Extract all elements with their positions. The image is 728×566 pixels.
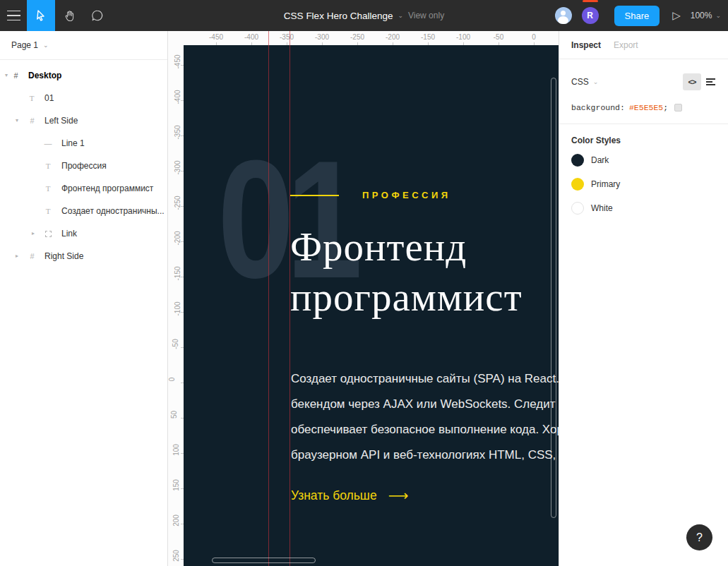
ruler-tick: -250 [350,33,364,41]
layer-professiya[interactable]: T Профессия [0,155,167,177]
color-style-label: Dark [591,155,609,165]
ruler-tick: -150 [174,266,181,280]
help-button[interactable]: ? [686,524,712,550]
ruler-tick: 100 [172,444,180,456]
dark-color-swatch [571,154,584,167]
tab-export[interactable]: Export [614,40,638,50]
frame-icon: # [27,245,37,267]
hero-title: Фронтенд программист [290,222,523,322]
tab-inspect[interactable]: Inspect [571,40,601,50]
color-style-label: White [591,203,613,213]
hero-paragraph: Создает одностраничные сайты (SPA) на Re… [291,366,559,468]
layer-desktop[interactable]: ▾ # Desktop [0,64,167,87]
ruler-tick: -50 [494,33,503,41]
vertical-scrollbar[interactable] [551,78,556,518]
ruler-tick: 0 [168,378,176,382]
user-avatar-anonymous[interactable] [555,7,572,24]
line-icon: — [43,132,53,155]
cursor-icon [35,10,47,21]
ruler-tick: 150 [172,479,180,491]
hero-eyebrow: ПРОФЕССИЯ [362,190,451,200]
inspect-panel: Inspect Export CSS ⌄ <> background: #E5E… [559,31,728,566]
layer-label: Фронтенд программист [61,177,153,200]
panel-tabs: Inspect Export [559,31,728,59]
page-chevron-icon: ⌄ [43,42,49,49]
ruler-tick: 0 [532,33,536,41]
zoom-chevron-icon: ⌄ [715,12,721,19]
zoom-level-dropdown[interactable]: 100% ⌄ [691,11,721,20]
css-semicolon: ; [663,103,668,112]
ruler-tick: -300 [315,33,329,41]
ruler-tick: -200 [386,33,400,41]
comment-bubble-icon [91,9,104,22]
expand-arrow-icon[interactable]: ▸ [32,230,35,236]
layer-line-1[interactable]: — Line 1 [0,132,167,155]
ruler-tick: -350 [280,33,294,41]
hand-tool-button[interactable] [55,0,83,31]
code-icon: <> [688,78,696,86]
horizontal-scrollbar[interactable] [212,558,316,563]
move-tool-button[interactable] [27,0,55,31]
canvas[interactable]: 01 ПРОФЕССИЯ Фронтенд программист Создае… [168,31,559,566]
layer-sozdaet[interactable]: T Создает одностраничны... [0,200,167,222]
ruler-tick: -100 [174,301,181,315]
css-hex-value[interactable]: #E5E5E5 [629,103,663,112]
ruler-tick: 250 [172,550,180,562]
expand-arrow-icon[interactable]: ▸ [16,253,18,259]
ruler-tick: -300 [174,160,181,174]
ruler-tick: -50 [172,339,179,349]
layer-link[interactable]: ▸ Link [0,222,167,245]
ruler-tick: -150 [421,33,435,41]
expand-arrow-icon[interactable]: ▾ [16,117,18,124]
background-color-swatch[interactable] [674,104,682,112]
layer-label: Профессия [61,155,107,177]
color-style-label: Primary [591,179,620,189]
layer-label: Left Side [44,109,78,132]
layers-tree: ▾ # Desktop T 01 ▾ # Left Side — Line 1 … [0,60,167,267]
layer-label: 01 [44,87,54,109]
color-style-white[interactable]: White [559,196,728,220]
code-view-button[interactable]: <> [683,73,701,90]
ruler-tick: -250 [174,195,181,210]
user-avatar-r[interactable]: R [582,7,599,24]
avatar-initial: R [587,11,593,20]
ruler-tick: 50 [170,411,178,419]
ruler-tick: -350 [174,125,181,139]
share-button[interactable]: Share [614,6,660,26]
css-property: background: [571,103,625,112]
white-color-swatch [571,202,584,215]
color-style-dark[interactable]: Dark [559,148,728,172]
page-selector[interactable]: Page 1 ⌄ [0,31,167,60]
layer-frontend-programmist[interactable]: T Фронтенд программист [0,177,167,200]
user2-presence-bar [583,0,598,2]
main-menu-icon[interactable] [0,0,27,31]
frame-icon: # [11,64,20,87]
comment-tool-button[interactable] [83,0,112,31]
vertical-guide[interactable] [268,31,269,566]
color-styles-heading: Color Styles [559,124,728,148]
zoom-level-value: 100% [691,11,712,20]
layer-01[interactable]: T 01 [0,87,167,109]
horizontal-ruler: -450 -400 -350 -300 -250 -200 -150 -100 … [168,31,559,45]
ruler-tick: -100 [456,33,470,41]
layer-left-side[interactable]: ▾ # Left Side [0,109,167,132]
layer-label: Link [61,222,77,245]
desktop-frame[interactable]: 01 ПРОФЕССИЯ Фронтенд программист Создае… [184,45,559,566]
expand-arrow-icon[interactable]: ▾ [5,72,8,78]
title-chevron-icon[interactable]: ⌄ [398,12,403,19]
vertical-guide[interactable] [290,31,290,566]
group-icon [43,222,53,245]
layer-label: Создает одностраничны... [61,200,165,222]
hero-learn-more-link[interactable]: Узнать больше ⟶ [291,487,408,504]
hand-icon [64,10,76,22]
css-dropdown[interactable]: CSS ⌄ [571,77,683,87]
ruler-tick: -400 [174,90,181,104]
layers-sidebar: Page 1 ⌄ ▾ # Desktop T 01 ▾ # Left Side … [0,31,168,566]
table-view-button[interactable] [701,73,720,90]
ruler-tick: -450 [174,54,181,68]
layer-right-side[interactable]: ▸ # Right Side [0,245,167,267]
hero-accent-line [290,195,339,196]
present-icon[interactable]: ▷ [672,9,681,22]
page-name: Page 1 [11,40,38,50]
color-style-primary[interactable]: Primary [559,172,728,196]
